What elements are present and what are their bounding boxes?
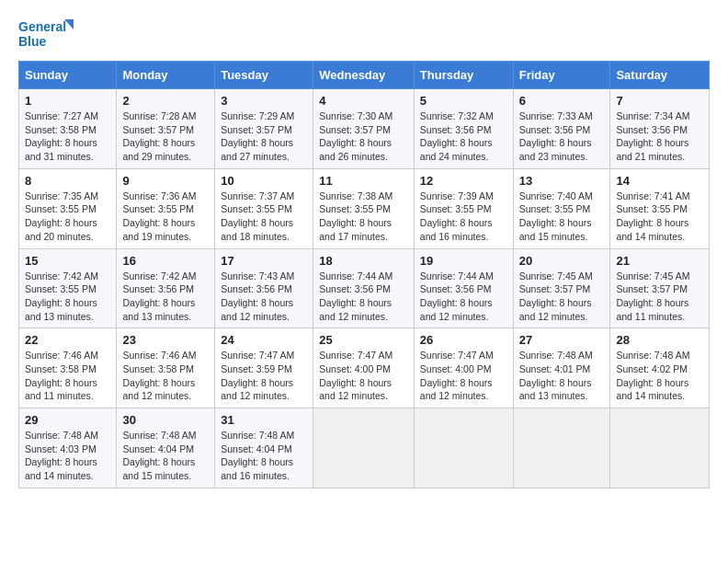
day-number: 29 <box>25 413 110 427</box>
cell-content: Sunrise: 7:48 AMSunset: 4:02 PMDaylight:… <box>616 349 703 403</box>
day-number: 31 <box>221 413 307 427</box>
calendar-cell: 15Sunrise: 7:42 AMSunset: 3:55 PMDayligh… <box>19 248 117 328</box>
cell-content: Sunrise: 7:44 AMSunset: 3:56 PMDaylight:… <box>319 270 408 324</box>
calendar-cell <box>610 408 710 488</box>
calendar-cell <box>513 408 610 488</box>
calendar-cell: 3Sunrise: 7:29 AMSunset: 3:57 PMDaylight… <box>215 89 313 169</box>
calendar-cell: 16Sunrise: 7:42 AMSunset: 3:56 PMDayligh… <box>117 248 215 328</box>
day-number: 14 <box>616 174 703 188</box>
calendar-cell: 25Sunrise: 7:47 AMSunset: 4:00 PMDayligh… <box>313 328 415 408</box>
calendar-cell: 6Sunrise: 7:33 AMSunset: 3:56 PMDaylight… <box>513 89 610 169</box>
day-number: 15 <box>25 254 110 268</box>
calendar-cell: 21Sunrise: 7:45 AMSunset: 3:57 PMDayligh… <box>610 248 710 328</box>
cell-content: Sunrise: 7:28 AMSunset: 3:57 PMDaylight:… <box>122 109 209 164</box>
calendar-cell: 23Sunrise: 7:46 AMSunset: 3:58 PMDayligh… <box>117 328 215 408</box>
calendar-cell: 7Sunrise: 7:34 AMSunset: 3:56 PMDaylight… <box>610 89 710 169</box>
calendar-cell: 28Sunrise: 7:48 AMSunset: 4:02 PMDayligh… <box>610 328 710 408</box>
cell-content: Sunrise: 7:48 AMSunset: 4:04 PMDaylight:… <box>122 429 209 483</box>
cell-content: Sunrise: 7:45 AMSunset: 3:57 PMDaylight:… <box>616 270 703 324</box>
cell-content: Sunrise: 7:45 AMSunset: 3:57 PMDaylight:… <box>519 270 605 324</box>
calendar-cell: 20Sunrise: 7:45 AMSunset: 3:57 PMDayligh… <box>513 248 610 328</box>
cell-content: Sunrise: 7:29 AMSunset: 3:57 PMDaylight:… <box>221 109 307 164</box>
day-number: 7 <box>616 94 703 108</box>
cell-content: Sunrise: 7:40 AMSunset: 3:55 PMDaylight:… <box>519 190 605 244</box>
calendar-week-row: 22Sunrise: 7:46 AMSunset: 3:58 PMDayligh… <box>19 328 710 408</box>
calendar-week-row: 29Sunrise: 7:48 AMSunset: 4:03 PMDayligh… <box>19 408 710 488</box>
day-number: 3 <box>221 94 307 108</box>
calendar-cell: 19Sunrise: 7:44 AMSunset: 3:56 PMDayligh… <box>414 248 513 328</box>
day-number: 30 <box>122 413 209 427</box>
calendar-week-row: 15Sunrise: 7:42 AMSunset: 3:55 PMDayligh… <box>19 248 710 328</box>
cell-content: Sunrise: 7:39 AMSunset: 3:55 PMDaylight:… <box>420 190 507 244</box>
calendar-cell: 8Sunrise: 7:35 AMSunset: 3:55 PMDaylight… <box>19 168 117 248</box>
day-number: 4 <box>319 94 408 108</box>
day-of-week-header: Saturday <box>610 62 710 89</box>
calendar-cell <box>313 408 415 488</box>
cell-content: Sunrise: 7:41 AMSunset: 3:55 PMDaylight:… <box>616 190 703 244</box>
calendar-cell: 31Sunrise: 7:48 AMSunset: 4:04 PMDayligh… <box>215 408 313 488</box>
logo: General Blue <box>18 15 74 55</box>
calendar-cell: 17Sunrise: 7:43 AMSunset: 3:56 PMDayligh… <box>215 248 313 328</box>
cell-content: Sunrise: 7:37 AMSunset: 3:55 PMDaylight:… <box>221 190 307 244</box>
cell-content: Sunrise: 7:46 AMSunset: 3:58 PMDaylight:… <box>122 349 209 403</box>
cell-content: Sunrise: 7:47 AMSunset: 4:00 PMDaylight:… <box>420 349 507 403</box>
svg-text:General: General <box>18 19 66 34</box>
day-number: 5 <box>420 94 507 108</box>
calendar-cell: 26Sunrise: 7:47 AMSunset: 4:00 PMDayligh… <box>414 328 513 408</box>
cell-content: Sunrise: 7:42 AMSunset: 3:55 PMDaylight:… <box>25 270 110 324</box>
cell-content: Sunrise: 7:35 AMSunset: 3:55 PMDaylight:… <box>25 190 110 244</box>
day-number: 2 <box>122 94 209 108</box>
day-number: 22 <box>25 333 110 347</box>
cell-content: Sunrise: 7:32 AMSunset: 3:56 PMDaylight:… <box>420 109 507 164</box>
day-number: 21 <box>616 254 703 268</box>
logo-svg: General Blue <box>18 15 74 55</box>
cell-content: Sunrise: 7:44 AMSunset: 3:56 PMDaylight:… <box>420 270 507 324</box>
day-number: 16 <box>122 254 209 268</box>
calendar-cell: 2Sunrise: 7:28 AMSunset: 3:57 PMDaylight… <box>117 89 215 169</box>
day-number: 8 <box>25 174 110 188</box>
calendar-cell: 30Sunrise: 7:48 AMSunset: 4:04 PMDayligh… <box>117 408 215 488</box>
calendar-table: SundayMondayTuesdayWednesdayThursdayFrid… <box>18 61 710 488</box>
day-number: 26 <box>420 333 507 347</box>
cell-content: Sunrise: 7:36 AMSunset: 3:55 PMDaylight:… <box>122 190 209 244</box>
day-number: 20 <box>519 254 605 268</box>
calendar-cell: 1Sunrise: 7:27 AMSunset: 3:58 PMDaylight… <box>19 89 117 169</box>
calendar-cell: 14Sunrise: 7:41 AMSunset: 3:55 PMDayligh… <box>610 168 710 248</box>
cell-content: Sunrise: 7:46 AMSunset: 3:58 PMDaylight:… <box>25 349 110 403</box>
calendar-cell: 9Sunrise: 7:36 AMSunset: 3:55 PMDaylight… <box>117 168 215 248</box>
day-number: 27 <box>519 333 605 347</box>
day-of-week-header: Sunday <box>19 62 117 89</box>
day-number: 24 <box>221 333 307 347</box>
day-of-week-header: Tuesday <box>215 62 313 89</box>
day-number: 23 <box>122 333 209 347</box>
day-of-week-header: Wednesday <box>313 62 415 89</box>
cell-content: Sunrise: 7:33 AMSunset: 3:56 PMDaylight:… <box>519 109 605 164</box>
cell-content: Sunrise: 7:34 AMSunset: 3:56 PMDaylight:… <box>616 109 703 164</box>
day-number: 1 <box>25 94 110 108</box>
calendar-cell: 10Sunrise: 7:37 AMSunset: 3:55 PMDayligh… <box>215 168 313 248</box>
calendar-cell: 4Sunrise: 7:30 AMSunset: 3:57 PMDaylight… <box>313 89 415 169</box>
cell-content: Sunrise: 7:47 AMSunset: 3:59 PMDaylight:… <box>221 349 307 403</box>
cell-content: Sunrise: 7:43 AMSunset: 3:56 PMDaylight:… <box>221 270 307 324</box>
day-number: 10 <box>221 174 307 188</box>
day-of-week-header: Thursday <box>414 62 513 89</box>
calendar-cell: 22Sunrise: 7:46 AMSunset: 3:58 PMDayligh… <box>19 328 117 408</box>
day-number: 25 <box>319 333 408 347</box>
day-number: 18 <box>319 254 408 268</box>
day-number: 17 <box>221 254 307 268</box>
day-number: 19 <box>420 254 507 268</box>
svg-text:Blue: Blue <box>18 34 47 49</box>
cell-content: Sunrise: 7:48 AMSunset: 4:01 PMDaylight:… <box>519 349 605 403</box>
day-number: 11 <box>319 174 408 188</box>
calendar-cell: 18Sunrise: 7:44 AMSunset: 3:56 PMDayligh… <box>313 248 415 328</box>
cell-content: Sunrise: 7:38 AMSunset: 3:55 PMDaylight:… <box>319 190 408 244</box>
cell-content: Sunrise: 7:27 AMSunset: 3:58 PMDaylight:… <box>25 109 110 164</box>
day-of-week-header: Monday <box>117 62 215 89</box>
day-number: 6 <box>519 94 605 108</box>
day-number: 13 <box>519 174 605 188</box>
calendar-week-row: 1Sunrise: 7:27 AMSunset: 3:58 PMDaylight… <box>19 89 710 169</box>
cell-content: Sunrise: 7:47 AMSunset: 4:00 PMDaylight:… <box>319 349 408 403</box>
cell-content: Sunrise: 7:48 AMSunset: 4:03 PMDaylight:… <box>25 429 110 483</box>
cell-content: Sunrise: 7:48 AMSunset: 4:04 PMDaylight:… <box>221 429 307 483</box>
calendar-cell: 12Sunrise: 7:39 AMSunset: 3:55 PMDayligh… <box>414 168 513 248</box>
